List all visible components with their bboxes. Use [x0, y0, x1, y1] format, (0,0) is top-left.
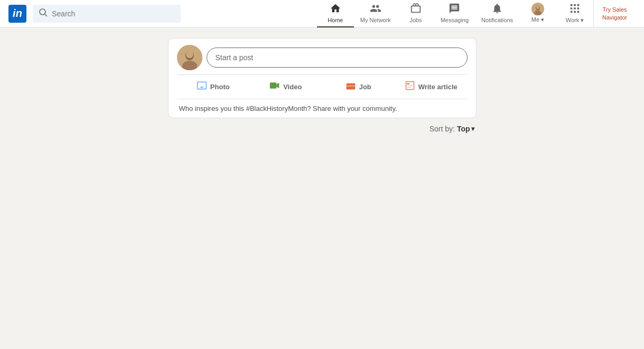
nav-items: Home My Network Jobs [317, 0, 636, 27]
nav-item-home[interactable]: Home [317, 0, 354, 27]
try-sales-line1: Try Sales [602, 6, 627, 13]
photo-label: Photo [210, 83, 230, 91]
sort-value[interactable]: Top [457, 125, 474, 133]
try-sales-navigator[interactable]: Try Sales Navigator [593, 0, 636, 27]
nav-item-me[interactable]: Me ▾ [519, 0, 556, 27]
sort-bar: Sort by: Top [168, 118, 477, 139]
write-article-label: Write article [418, 83, 458, 91]
job-action[interactable]: Job [322, 75, 395, 99]
search-box[interactable] [33, 5, 181, 23]
search-icon [39, 8, 48, 19]
video-icon [269, 80, 280, 93]
post-box: Start a post Photo Video [168, 38, 477, 118]
svg-rect-11 [577, 7, 580, 10]
start-post-button[interactable]: Start a post [207, 48, 468, 68]
svg-rect-13 [574, 11, 576, 13]
video-action[interactable]: Video [249, 75, 322, 99]
svg-line-1 [45, 14, 47, 16]
post-prompt[interactable]: Who inspires you this #BlackHistoryMonth… [177, 99, 468, 118]
job-icon [346, 80, 356, 93]
svg-rect-9 [571, 7, 573, 10]
nav-label-me: Me ▾ [531, 16, 544, 23]
svg-rect-12 [571, 11, 573, 13]
nav-label-work: Work ▾ [566, 17, 584, 24]
post-actions: Photo Video [177, 74, 468, 99]
work-grid-icon [569, 3, 581, 16]
network-icon [370, 3, 381, 16]
svg-point-5 [536, 6, 539, 10]
nav-label-jobs: Jobs [409, 17, 422, 23]
article-icon [405, 80, 415, 93]
logo-text: in [13, 7, 22, 20]
post-box-top: Start a post [177, 45, 468, 70]
main-content: Start a post Photo Video [164, 38, 481, 139]
jobs-icon [410, 3, 422, 16]
navbar: in Home My Netw [0, 0, 644, 27]
svg-rect-8 [577, 4, 580, 6]
write-article-action[interactable]: Write article [395, 75, 468, 99]
search-input[interactable] [52, 10, 174, 18]
nav-label-my-network: My Network [360, 17, 391, 23]
nav-item-notifications[interactable]: Notifications [475, 0, 519, 27]
nav-item-messaging[interactable]: Messaging [434, 0, 475, 27]
svg-rect-7 [574, 4, 576, 6]
nav-item-work[interactable]: Work ▾ [556, 0, 593, 27]
home-icon [330, 3, 341, 16]
post-user-avatar[interactable] [177, 45, 202, 70]
nav-item-jobs[interactable]: Jobs [397, 0, 434, 27]
svg-point-18 [186, 51, 193, 59]
linkedin-logo[interactable]: in [8, 5, 26, 23]
try-sales-line2: Navigator [602, 14, 627, 21]
svg-rect-19 [270, 82, 276, 89]
nav-item-my-network[interactable]: My Network [354, 0, 397, 27]
svg-rect-10 [574, 7, 576, 10]
job-label: Job [359, 83, 371, 91]
video-label: Video [283, 83, 302, 91]
svg-rect-20 [346, 83, 355, 90]
user-avatar [531, 3, 544, 15]
prompt-text: Who inspires you this #BlackHistoryMonth… [179, 105, 397, 112]
nav-label-notifications: Notifications [481, 17, 513, 23]
photo-action[interactable]: Photo [177, 75, 250, 99]
messaging-icon [449, 3, 460, 16]
nav-label-home: Home [328, 17, 343, 23]
photo-icon [197, 80, 207, 93]
sort-by-label: Sort by: [430, 125, 455, 133]
svg-rect-6 [571, 4, 573, 6]
notifications-icon [491, 3, 503, 16]
nav-label-messaging: Messaging [441, 17, 469, 23]
svg-rect-14 [577, 11, 580, 13]
